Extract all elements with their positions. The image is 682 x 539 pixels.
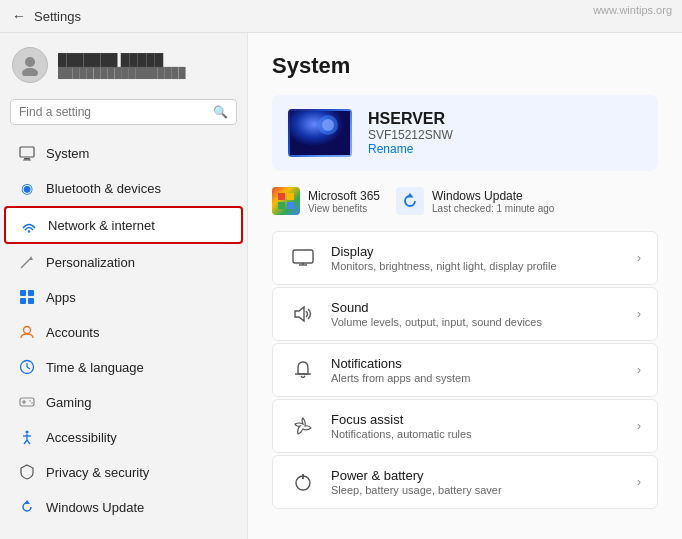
user-name: ███████ █████: [58, 53, 186, 67]
svg-rect-27: [290, 111, 350, 155]
svg-point-20: [31, 402, 33, 404]
notifications-icon: [289, 356, 317, 384]
svg-marker-26: [24, 500, 30, 504]
settings-item-notifications[interactable]: Notifications Alerts from apps and syste…: [272, 343, 658, 397]
svg-rect-35: [293, 250, 313, 263]
settings-item-display[interactable]: Display Monitors, brightness, night ligh…: [272, 231, 658, 285]
sidebar-item-label: Personalization: [46, 255, 135, 270]
focus-title: Focus assist: [331, 412, 623, 427]
sidebar-item-apps[interactable]: Apps: [4, 280, 243, 314]
svg-point-12: [24, 327, 31, 334]
sidebar-item-bluetooth[interactable]: ◉ Bluetooth & devices: [4, 171, 243, 205]
sidebar-item-accounts[interactable]: Accounts: [4, 315, 243, 349]
focus-text: Focus assist Notifications, automatic ru…: [331, 412, 623, 440]
winupdate-link[interactable]: Windows Update Last checked: 1 minute ag…: [396, 187, 554, 215]
winupdate-title: Windows Update: [432, 189, 554, 203]
windows-update-icon: [18, 498, 36, 516]
accounts-icon: [18, 323, 36, 341]
winupdate-subtitle: Last checked: 1 minute ago: [432, 203, 554, 214]
display-subtitle: Monitors, brightness, night light, displ…: [331, 260, 623, 272]
svg-line-25: [27, 440, 30, 444]
title-bar-label: Settings: [34, 9, 81, 24]
focus-subtitle: Notifications, automatic rules: [331, 428, 623, 440]
svg-marker-34: [407, 193, 414, 198]
user-email: ██████████████████: [58, 67, 186, 78]
main-content: System HSERVER: [248, 33, 682, 539]
settings-item-sound[interactable]: Sound Volume levels, output, input, soun…: [272, 287, 658, 341]
svg-rect-4: [23, 160, 31, 161]
device-info: HSERVER SVF15212SNW Rename: [368, 110, 453, 156]
bluetooth-icon: ◉: [18, 179, 36, 197]
sidebar-item-label: Time & language: [46, 360, 144, 375]
svg-rect-2: [20, 147, 34, 157]
power-title: Power & battery: [331, 468, 623, 483]
focus-icon: [289, 412, 317, 440]
svg-point-21: [26, 431, 29, 434]
sound-subtitle: Volume levels, output, input, sound devi…: [331, 316, 623, 328]
user-info: ███████ █████ ██████████████████: [58, 53, 186, 78]
svg-rect-32: [278, 202, 285, 209]
display-title: Display: [331, 244, 623, 259]
sidebar-item-system[interactable]: System: [4, 136, 243, 170]
notifications-subtitle: Alerts from apps and system: [331, 372, 623, 384]
chevron-icon: ›: [637, 363, 641, 377]
time-icon: [18, 358, 36, 376]
device-model: SVF15212SNW: [368, 128, 453, 142]
sidebar-item-windows-update[interactable]: Windows Update: [4, 490, 243, 524]
device-image: [288, 109, 352, 157]
sound-text: Sound Volume levels, output, input, soun…: [331, 300, 623, 328]
sidebar-item-personalization[interactable]: Personalization: [4, 245, 243, 279]
sidebar-item-privacy[interactable]: Privacy & security: [4, 455, 243, 489]
notifications-text: Notifications Alerts from apps and syste…: [331, 356, 623, 384]
search-box[interactable]: 🔍: [10, 99, 237, 125]
ms365-icon: [272, 187, 300, 215]
chevron-icon: ›: [637, 251, 641, 265]
search-input[interactable]: [19, 105, 207, 119]
sidebar-item-label: Accounts: [46, 325, 99, 340]
sidebar-item-network[interactable]: Network & internet ➤: [4, 206, 243, 244]
svg-rect-10: [20, 298, 26, 304]
device-name: HSERVER: [368, 110, 453, 128]
network-icon: [20, 216, 38, 234]
svg-rect-9: [28, 290, 34, 296]
rename-link[interactable]: Rename: [368, 142, 453, 156]
svg-point-1: [22, 68, 38, 76]
gaming-icon: [18, 393, 36, 411]
chevron-icon: ›: [637, 475, 641, 489]
back-button[interactable]: ←: [12, 8, 26, 24]
display-text: Display Monitors, brightness, night ligh…: [331, 244, 623, 272]
system-icon: [18, 144, 36, 162]
chevron-icon: ›: [637, 307, 641, 321]
sidebar-item-label: System: [46, 146, 89, 161]
settings-item-focus[interactable]: Focus assist Notifications, automatic ru…: [272, 399, 658, 453]
sidebar-item-label: Network & internet: [48, 218, 155, 233]
quick-links: Microsoft 365 View benefits Windows Upda…: [272, 187, 658, 215]
svg-rect-8: [20, 290, 26, 296]
app-container: ███████ █████ ██████████████████ 🔍 Syste…: [0, 33, 682, 539]
watermark: www.wintips.org: [593, 4, 672, 16]
sidebar-item-time[interactable]: Time & language: [4, 350, 243, 384]
sound-title: Sound: [331, 300, 623, 315]
power-icon: [289, 468, 317, 496]
winupdate-text: Windows Update Last checked: 1 minute ag…: [432, 189, 554, 214]
power-subtitle: Sleep, battery usage, battery saver: [331, 484, 623, 496]
svg-line-15: [27, 367, 30, 369]
svg-point-0: [25, 57, 35, 67]
sound-icon: [289, 300, 317, 328]
sidebar-item-gaming[interactable]: Gaming: [4, 385, 243, 419]
sidebar-item-accessibility[interactable]: Accessibility: [4, 420, 243, 454]
settings-item-power[interactable]: Power & battery Sleep, battery usage, ba…: [272, 455, 658, 509]
sidebar-item-label: Gaming: [46, 395, 92, 410]
sidebar-item-label: Privacy & security: [46, 465, 149, 480]
privacy-icon: [18, 463, 36, 481]
apps-icon: [18, 288, 36, 306]
personalization-icon: [18, 253, 36, 271]
ms365-text: Microsoft 365 View benefits: [308, 189, 380, 214]
ms365-link[interactable]: Microsoft 365 View benefits: [272, 187, 380, 215]
sidebar-item-label: Accessibility: [46, 430, 117, 445]
user-profile[interactable]: ███████ █████ ██████████████████: [0, 33, 247, 93]
nav-list: System ◉ Bluetooth & devices Network & i…: [0, 135, 247, 525]
page-title: System: [272, 53, 658, 79]
svg-rect-3: [24, 158, 30, 160]
ms365-subtitle: View benefits: [308, 203, 380, 214]
